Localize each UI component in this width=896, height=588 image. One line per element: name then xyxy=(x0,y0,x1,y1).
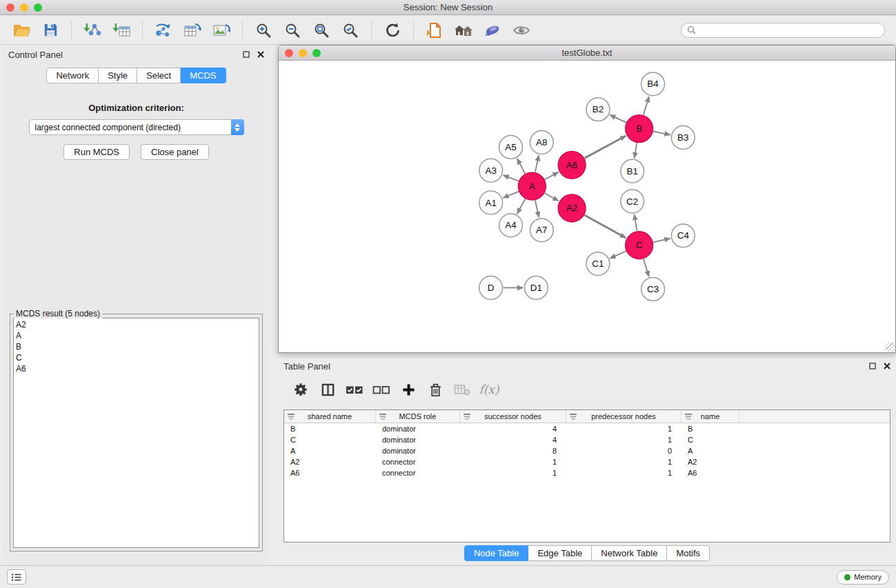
edge-A-A4[interactable] xyxy=(517,199,526,214)
search-input[interactable] xyxy=(699,26,879,35)
node-A4[interactable]: A4 xyxy=(499,214,523,237)
apply-layout-button[interactable] xyxy=(380,19,405,42)
node-A[interactable]: A xyxy=(518,172,546,200)
node-A2[interactable]: A2 xyxy=(558,194,586,222)
table-tab-node-table[interactable]: Node Table xyxy=(464,545,529,561)
close-panel-icon[interactable] xyxy=(257,51,264,59)
table-row[interactable]: A2connector11A2 xyxy=(284,456,890,467)
edge-B-B3[interactable] xyxy=(653,132,670,135)
show-columns-button[interactable] xyxy=(317,380,338,399)
node-B1[interactable]: B1 xyxy=(621,159,644,183)
edge-B-B1[interactable] xyxy=(635,143,637,158)
memory-button[interactable]: Memory xyxy=(837,570,889,585)
edge-C-C2[interactable] xyxy=(635,214,637,231)
tab-style[interactable]: Style xyxy=(99,68,137,83)
node-A7[interactable]: A7 xyxy=(530,219,553,242)
zoom-window-button[interactable] xyxy=(34,3,42,12)
edge-A-A2[interactable] xyxy=(545,193,559,201)
edge-A-A7[interactable] xyxy=(535,201,539,218)
column-header-name[interactable]: name xyxy=(681,410,739,423)
edge-B-B2[interactable] xyxy=(610,115,626,123)
float-table-panel-icon[interactable] xyxy=(868,363,876,370)
result-item[interactable]: B xyxy=(16,341,257,352)
table-row[interactable]: A6connector11A6 xyxy=(284,467,890,478)
close-panel-button[interactable]: Close panel xyxy=(141,144,209,160)
edge-A-A1[interactable] xyxy=(503,192,519,198)
node-B4[interactable]: B4 xyxy=(641,72,665,96)
result-item[interactable]: A2 xyxy=(16,319,257,330)
node-C1[interactable]: C1 xyxy=(586,252,610,276)
edge-A-A5[interactable] xyxy=(517,159,526,174)
edge-A-A3[interactable] xyxy=(503,175,519,181)
edge-A-A6[interactable] xyxy=(545,172,559,180)
deselect-all-rows-button[interactable] xyxy=(371,380,392,399)
table-settings-button[interactable] xyxy=(290,380,311,399)
column-header-shared-name[interactable]: shared name xyxy=(284,410,376,423)
network-canvas[interactable]: B4B2BB3A5A8A6B1A3AC2A1A2A4A7CC4C1C3DD1 xyxy=(279,61,895,352)
column-header-MCDS-role[interactable]: MCDS role xyxy=(376,410,460,423)
edge-C-C3[interactable] xyxy=(644,259,649,277)
node-A1[interactable]: A1 xyxy=(479,191,503,214)
search-box[interactable] xyxy=(681,23,885,38)
edge-A2-C[interactable] xyxy=(584,215,626,238)
run-mcds-button[interactable]: Run MCDS xyxy=(63,144,130,160)
zoom-out-button[interactable] xyxy=(280,19,305,42)
table-tab-motifs[interactable]: Motifs xyxy=(667,545,710,561)
node-D1[interactable]: D1 xyxy=(524,276,548,300)
edge-C-C1[interactable] xyxy=(610,251,626,258)
function-builder-button[interactable]: f(x) xyxy=(479,380,499,399)
destroy-table-button[interactable] xyxy=(452,380,472,399)
node-A5[interactable]: A5 xyxy=(499,135,523,159)
new-network-button[interactable] xyxy=(151,19,176,42)
close-table-panel-icon[interactable] xyxy=(883,363,890,370)
select-all-rows-button[interactable] xyxy=(344,380,365,399)
mcds-result-list[interactable]: A2ABCA6 xyxy=(13,318,259,548)
open-session-button[interactable] xyxy=(9,19,34,42)
import-table-file-button[interactable] xyxy=(109,19,134,42)
table-tab-edge-table[interactable]: Edge Table xyxy=(528,545,592,561)
node-A6[interactable]: A6 xyxy=(558,151,586,179)
zoom-network-window-button[interactable] xyxy=(312,49,321,57)
tab-mcds[interactable]: MCDS xyxy=(181,68,226,83)
task-history-button[interactable] xyxy=(7,569,26,585)
node-A3[interactable]: A3 xyxy=(479,159,503,182)
result-item[interactable]: A6 xyxy=(16,363,257,374)
resize-grip[interactable] xyxy=(886,343,895,352)
node-C4[interactable]: C4 xyxy=(671,224,695,247)
node-C[interactable]: C xyxy=(626,232,653,259)
edge-B-B4[interactable] xyxy=(644,97,649,115)
open-document-button[interactable] xyxy=(422,19,447,42)
table-row[interactable]: Adominator80A xyxy=(284,445,890,456)
edge-A-A8[interactable] xyxy=(535,155,539,172)
add-row-button[interactable] xyxy=(398,380,419,399)
close-window-button[interactable] xyxy=(6,3,14,12)
tab-network[interactable]: Network xyxy=(46,68,99,83)
minimize-network-window-button[interactable] xyxy=(299,49,307,57)
node-D[interactable]: D xyxy=(479,276,503,300)
node-C2[interactable]: C2 xyxy=(621,190,644,213)
close-network-window-button[interactable] xyxy=(285,49,293,57)
zoom-selected-button[interactable] xyxy=(338,19,363,42)
result-item[interactable]: C xyxy=(16,352,257,363)
node-B[interactable]: B xyxy=(626,115,653,143)
zoom-fit-button[interactable] xyxy=(309,19,334,42)
network-graph[interactable]: B4B2BB3A5A8A6B1A3AC2A1A2A4A7CC4C1C3DD1 xyxy=(279,61,895,352)
new-table-button[interactable] xyxy=(180,19,205,42)
edge-C-C4[interactable] xyxy=(653,239,670,242)
import-network-file-button[interactable] xyxy=(80,19,105,42)
table-tab-network-table[interactable]: Network Table xyxy=(592,545,667,561)
node-C3[interactable]: C3 xyxy=(641,278,665,301)
table-row[interactable]: Cdominator41C xyxy=(284,434,890,445)
zoom-in-button[interactable] xyxy=(251,19,276,42)
criterion-dropdown[interactable]: largest connected component (directed) xyxy=(29,119,244,135)
minimize-window-button[interactable] xyxy=(20,3,28,12)
column-header-predecessor-nodes[interactable]: predecessor nodes xyxy=(566,410,681,423)
node-A8[interactable]: A8 xyxy=(530,131,553,154)
home-button[interactable] xyxy=(451,19,476,42)
result-item[interactable]: A xyxy=(16,330,257,341)
style-brush-button[interactable] xyxy=(480,19,505,42)
column-header-successor-nodes[interactable]: successor nodes xyxy=(460,410,566,423)
delete-row-button[interactable] xyxy=(425,380,446,399)
edge-A6-B[interactable] xyxy=(585,136,626,158)
save-session-button[interactable] xyxy=(38,19,63,42)
